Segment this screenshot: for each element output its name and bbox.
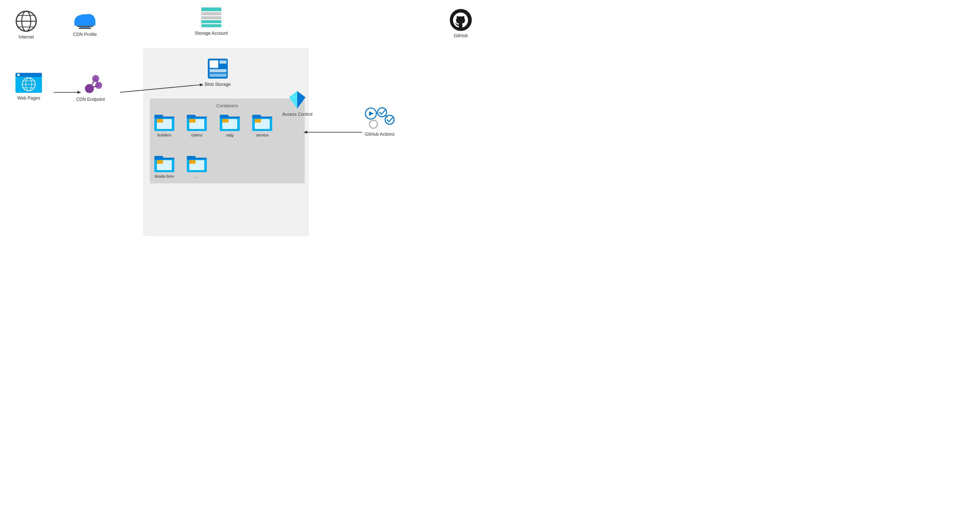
- github-label: GitHub: [454, 33, 468, 38]
- svg-rect-20: [201, 8, 221, 11]
- folder-service-label: service: [256, 133, 269, 138]
- svg-rect-45: [210, 74, 226, 77]
- folder-builders-node: builders: [154, 114, 174, 138]
- cdn-endpoint-icon: [78, 72, 103, 95]
- folder-salg-icon: [220, 114, 240, 131]
- cdn-profile-label: CDN Profile: [73, 32, 97, 37]
- svg-rect-80: [154, 158, 174, 159]
- github-actions-node: GitHub Actions: [364, 107, 395, 137]
- cdn-endpoint-node: CDN Endpoint: [76, 72, 105, 102]
- diagram-svg: Containers: [0, 0, 490, 253]
- svg-rect-22: [201, 16, 221, 19]
- svg-text:Containers: Containers: [216, 103, 238, 108]
- svg-rect-77: [255, 119, 261, 122]
- svg-rect-67: [189, 119, 196, 122]
- github-actions-icon: [364, 107, 395, 130]
- github-icon: [450, 9, 472, 31]
- folder-claims-node: claims: [187, 114, 207, 138]
- svg-rect-21: [201, 12, 221, 15]
- folder-skade-brev-icon: [154, 155, 174, 172]
- svg-rect-75: [252, 116, 272, 118]
- folder-salg-node: salg: [220, 114, 240, 138]
- folder-skade-brev-label: skade-brev: [154, 174, 174, 179]
- svg-rect-23: [201, 20, 221, 23]
- folder-more-icon: [187, 155, 207, 172]
- svg-rect-44: [210, 69, 226, 72]
- svg-rect-72: [222, 119, 229, 122]
- svg-marker-52: [369, 111, 374, 116]
- svg-rect-85: [187, 158, 207, 159]
- folder-service-icon: [252, 114, 272, 131]
- svg-rect-19: [79, 28, 91, 29]
- svg-rect-82: [157, 160, 163, 164]
- storage-account-icon: [200, 6, 223, 29]
- svg-rect-62: [157, 119, 163, 122]
- svg-rect-60: [154, 116, 174, 118]
- internet-node: Internet: [15, 10, 37, 40]
- svg-rect-43: [220, 60, 226, 63]
- blob-storage-icon: [207, 57, 229, 80]
- folder-builders-label: builders: [158, 133, 171, 138]
- access-control-icon: [288, 90, 307, 110]
- access-control-label: Access Control: [282, 112, 312, 117]
- cdn-endpoint-label: CDN Endpoint: [76, 97, 105, 102]
- web-pages-label: Web Pages: [17, 95, 40, 101]
- cdn-profile-icon: [72, 10, 97, 30]
- blob-storage-node: Blob Storage: [205, 57, 231, 87]
- web-pages-icon: [15, 72, 43, 94]
- svg-rect-70: [220, 116, 240, 118]
- github-node: GitHub: [450, 9, 472, 38]
- architecture-diagram: Containers Internet: [0, 0, 490, 253]
- svg-rect-17: [75, 21, 95, 26]
- folder-builders-icon: [154, 114, 174, 131]
- folder-skade-brev-node: skade-brev: [154, 155, 174, 179]
- folder-claims-label: claims: [191, 133, 202, 138]
- internet-label: Internet: [19, 35, 34, 40]
- svg-rect-24: [201, 24, 221, 27]
- svg-point-53: [378, 108, 387, 117]
- blob-storage-label: Blob Storage: [205, 82, 231, 87]
- svg-point-55: [369, 120, 377, 128]
- cdn-profile-node: CDN Profile: [72, 10, 97, 37]
- storage-account-label: Storage Account: [195, 31, 228, 36]
- storage-account-node: Storage Account: [195, 6, 228, 36]
- folder-salg-label: salg: [226, 133, 233, 138]
- folder-claims-icon: [187, 114, 207, 131]
- web-pages-node: Web Pages: [15, 72, 43, 101]
- svg-rect-18: [77, 26, 93, 27]
- svg-rect-87: [189, 160, 196, 164]
- svg-rect-42: [210, 60, 218, 68]
- folder-service-node: service: [252, 114, 272, 138]
- internet-icon: [15, 10, 37, 32]
- folder-more-node: ...: [187, 155, 207, 179]
- github-actions-label: GitHub Actions: [364, 132, 395, 137]
- folder-more-label: ...: [195, 174, 198, 179]
- svg-rect-65: [187, 116, 207, 118]
- access-control-node: Access Control: [282, 90, 312, 117]
